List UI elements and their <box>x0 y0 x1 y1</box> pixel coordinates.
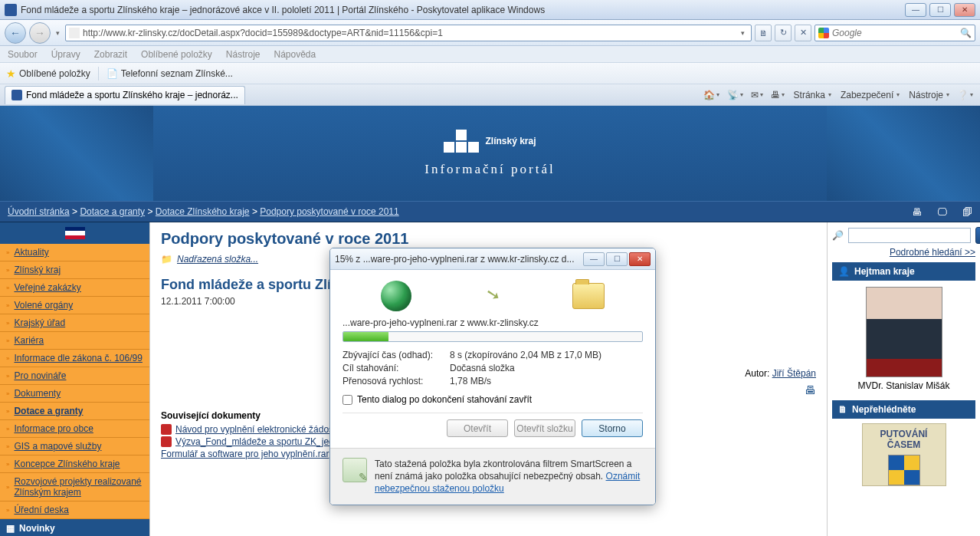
close-button[interactable]: ✕ <box>954 3 975 17</box>
tools-menu[interactable]: Nástroje▾ <box>905 90 952 100</box>
site-logo: Zlínský kraj <box>444 130 536 153</box>
sidebar-item[interactable]: »Pro novináře <box>0 367 149 385</box>
open-button[interactable]: Otevřít <box>447 419 508 437</box>
governor-name: MVDr. Stanislav Mišák <box>832 380 975 391</box>
doc-link-2[interactable]: Výzva_Fond_mládeže a sportu ZK_jednorá <box>175 436 352 447</box>
sidebar-link[interactable]: GIS a mapové služby <box>14 441 101 452</box>
minimize-button[interactable]: — <box>905 3 926 17</box>
menu-oblibene[interactable]: Oblíbené položky <box>141 49 212 60</box>
menu-upravy[interactable]: Úpravy <box>51 49 80 60</box>
back-button[interactable]: ← <box>5 22 26 44</box>
sidebar-link[interactable]: Koncepce Zlínského kraje <box>14 459 120 469</box>
feeds-button[interactable]: 📡▾ <box>725 90 746 100</box>
sidebar-item[interactable]: »Informace dle zákona č. 106/99 <box>0 350 149 367</box>
print-icon[interactable]: 🖶 <box>912 206 922 218</box>
sidebar-item[interactable]: »Dokumenty <box>0 385 149 403</box>
sidebar-link[interactable]: Informace pro obce <box>14 423 93 434</box>
url-input[interactable] <box>83 28 737 38</box>
breadcrumb: Úvodní stránka > Dotace a granty > Dotac… <box>8 206 912 217</box>
sidebar-item[interactable]: »Zlínský kraj <box>0 261 149 279</box>
close-when-done-checkbox[interactable]: Tento dialog po dokončení stahování zavř… <box>343 394 643 405</box>
favorites-bar: ★Oblíbené položky 📄Telefonní seznam Zlín… <box>0 63 980 84</box>
search-go-icon[interactable]: 🔍 <box>960 28 972 38</box>
favorite-link-phone[interactable]: 📄Telefonní seznam Zlínské... <box>107 68 233 79</box>
sidebar-link[interactable]: Volené orgány <box>14 300 73 311</box>
bullet-icon: » <box>6 249 9 256</box>
nav-dropdown-icon[interactable]: ▾ <box>54 29 62 37</box>
sidebar-link[interactable]: Aktuality <box>14 247 48 258</box>
menu-soubor[interactable]: Soubor <box>8 49 38 60</box>
dialog-maximize-button[interactable]: ☐ <box>606 252 628 266</box>
sidebar-link[interactable]: Kariéra <box>14 335 44 346</box>
menu-zobrazit[interactable]: Zobrazit <box>94 49 127 60</box>
site-search-button[interactable]: Ok <box>975 227 980 244</box>
refresh-button[interactable]: ↻ <box>775 25 792 41</box>
bullet-icon: » <box>6 507 9 514</box>
banner-left-image <box>0 106 153 201</box>
browser-tab[interactable]: Fond mládeže a sportu Zlínského kraje – … <box>5 86 245 104</box>
sidebar-link[interactable]: Krajský úřad <box>14 317 65 328</box>
search-input[interactable] <box>832 28 960 38</box>
crumb-home[interactable]: Úvodní stránka <box>8 206 70 217</box>
language-switch[interactable] <box>0 222 149 244</box>
mail-button[interactable]: ✉▾ <box>749 90 765 100</box>
folder-icon <box>572 283 605 309</box>
dialog-titlebar[interactable]: 15% z ...ware-pro-jeho-vyplneni.rar z ww… <box>330 248 655 270</box>
promo-banner[interactable]: PUTOVÁNÍ ČASEM <box>862 423 946 486</box>
open-folder-button[interactable]: Otevřít složku <box>514 419 575 437</box>
favorites-button[interactable]: ★Oblíbené položky <box>6 67 90 80</box>
sidebar-link[interactable]: Informace dle zákona č. 106/99 <box>14 353 142 363</box>
sidebar-link[interactable]: Úřední deska <box>14 505 68 515</box>
doc-link-3[interactable]: Formulář a software pro jeho vyplnění.ra… <box>161 449 329 459</box>
sidebar-item[interactable]: »Aktuality <box>0 244 149 261</box>
author-link[interactable]: Jiří Štěpán <box>772 368 816 379</box>
maximize-button[interactable]: ☐ <box>929 3 951 17</box>
monitor-icon[interactable]: 🖵 <box>937 206 947 218</box>
page-icon: 📄 <box>107 68 118 79</box>
stop-button[interactable]: ✕ <box>795 25 811 41</box>
sidebar-link[interactable]: Dotace a granty <box>14 406 83 416</box>
doc-link-1[interactable]: Návod pro vyplnění elektronické žádosti … <box>175 424 345 435</box>
sidebar-link[interactable]: Veřejné zakázky <box>14 282 80 293</box>
forward-button[interactable]: → <box>29 22 51 44</box>
command-bar: 🏠▾ 📡▾ ✉▾ 🖶▾ Stránka▾ Zabezpečení▾ Nástro… <box>701 90 975 100</box>
sidebar-item[interactable]: »Volené orgány <box>0 297 149 314</box>
sidebar-link[interactable]: Rozvojové projekty realizované Zlínským … <box>14 476 143 498</box>
sidebar-item[interactable]: »Úřední deska <box>0 501 149 519</box>
url-dropdown-icon[interactable]: ▾ <box>737 29 748 37</box>
menu-napoveda[interactable]: Nápověda <box>274 49 316 60</box>
page-menu[interactable]: Stránka▾ <box>790 90 834 100</box>
banner-right-image <box>827 106 980 201</box>
compat-view-button[interactable]: 🗎 <box>755 25 772 41</box>
sidebar-item[interactable]: »Veřejné zakázky <box>0 279 149 297</box>
home-button[interactable]: 🏠▾ <box>701 90 722 100</box>
parent-folder-link[interactable]: Nadřazená složka... <box>177 254 258 265</box>
site-search-input[interactable] <box>848 228 971 243</box>
sidebar-link[interactable]: Dokumenty <box>14 388 61 399</box>
sidebar-item[interactable]: »Kariéra <box>0 332 149 350</box>
sidebar-item[interactable]: »Informace pro obce <box>0 420 149 438</box>
sidebar-item[interactable]: »Krajský úřad <box>0 314 149 332</box>
sidebar-item[interactable]: »Dotace a granty <box>0 403 149 420</box>
cancel-button[interactable]: Storno <box>582 419 643 437</box>
sidebar-item[interactable]: »Koncepce Zlínského kraje <box>0 455 149 473</box>
sidebar-link[interactable]: Pro novináře <box>14 370 66 381</box>
dialog-minimize-button[interactable]: — <box>583 252 605 266</box>
search-box[interactable]: 🔍 <box>814 25 975 41</box>
menu-nastroje[interactable]: Nástroje <box>226 49 261 60</box>
sidebar-item[interactable]: »Rozvojové projekty realizované Zlínským… <box>0 473 149 501</box>
print-button[interactable]: 🖶▾ <box>769 90 787 100</box>
crumb-2[interactable]: Dotace Zlínského kraje <box>156 206 250 217</box>
news-icon: ▦ <box>6 523 15 534</box>
address-bar[interactable]: ▾ <box>65 25 752 41</box>
crumb-1[interactable]: Dotace a granty <box>80 206 145 217</box>
crumb-3[interactable]: Podpory poskytované v roce 2011 <box>260 206 398 217</box>
text-icon[interactable]: 🗐 <box>962 206 972 218</box>
checkbox-input[interactable] <box>343 395 352 405</box>
advanced-search-link[interactable]: Podrobné hledání >> <box>890 247 975 258</box>
dialog-close-button[interactable]: ✕ <box>629 252 651 266</box>
sidebar-item[interactable]: »GIS a mapové služby <box>0 438 149 455</box>
sidebar-link[interactable]: Zlínský kraj <box>14 265 61 275</box>
help-button[interactable]: ❔▾ <box>955 90 975 100</box>
security-menu[interactable]: Zabezpečení▾ <box>837 90 902 100</box>
